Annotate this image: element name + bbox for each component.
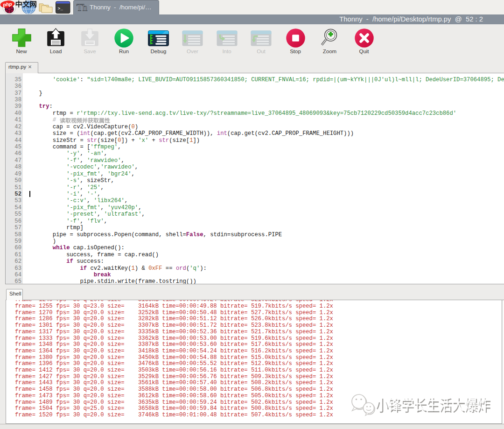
svg-text:>_: >_ <box>58 6 63 11</box>
svg-text:php: php <box>2 1 13 7</box>
svg-text:Th: Th <box>77 2 88 13</box>
